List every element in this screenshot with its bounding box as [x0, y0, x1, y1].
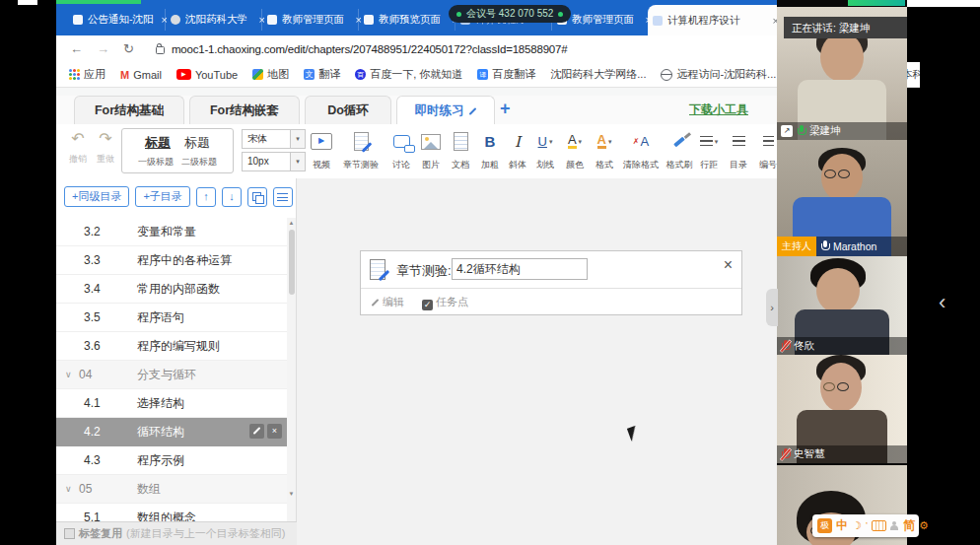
- editor-tab-do-loop[interactable]: Do循环: [305, 96, 391, 124]
- video-tile-marathon[interactable]: 主持人 Marathon: [777, 140, 907, 256]
- toolbar-font-color-button[interactable]: A▾ 颜色: [559, 129, 591, 172]
- toc-row-3-6[interactable]: 3.6程序的编写规则: [56, 332, 287, 361]
- bookmark-youtube[interactable]: ▶YouTube: [176, 69, 238, 81]
- browser-tab-4[interactable]: 教师预览页面 ×: [358, 9, 463, 31]
- bookmark-gmail[interactable]: MGmail: [120, 69, 162, 81]
- toc-section-04[interactable]: ∨04分支与循环: [56, 361, 287, 389]
- close-icon[interactable]: ×: [724, 257, 733, 273]
- bookmark-translate[interactable]: 文翻译: [304, 67, 340, 82]
- edit-link[interactable]: 编辑: [371, 295, 404, 309]
- collapse-chevron-icon[interactable]: ‹: [939, 290, 945, 315]
- toc-section-05[interactable]: ∨05数组: [56, 475, 287, 504]
- browser-tab-2[interactable]: 沈阳药科大学 ×: [165, 9, 270, 31]
- redo-button[interactable]: ↷ 重做: [94, 130, 117, 166]
- ime-toolbar[interactable]: 极 中 ☽ ’ 简 ⚙: [812, 514, 919, 537]
- bookmark-syphu-network[interactable]: 沈阳药科大学网络...: [550, 67, 646, 82]
- toolbar-format-painter-button[interactable]: 格式刷: [664, 129, 695, 172]
- toc-row-4-1[interactable]: 4.1选择结构: [56, 389, 287, 418]
- toc-scrollbar[interactable]: ▲ ▼: [287, 218, 296, 522]
- editor-tab-practice-active[interactable]: 即时练习: [396, 96, 495, 124]
- toolbar-document-button[interactable]: 文档: [445, 129, 476, 172]
- mouse-cursor: [627, 426, 640, 442]
- host-badge: 主持人: [777, 237, 816, 256]
- bookmark-remote-access[interactable]: 远程访问-沈阳药科...: [661, 67, 776, 82]
- font-size-select[interactable]: 10px ▾: [242, 152, 306, 171]
- toc-row-3-5[interactable]: 3.5程序语句: [56, 304, 287, 332]
- chevron-down-icon[interactable]: ∨: [65, 361, 72, 388]
- bookmark-apps[interactable]: 应用: [69, 67, 105, 82]
- edit-chapter-button[interactable]: [249, 424, 264, 439]
- scroll-down-icon[interactable]: ▼: [287, 491, 296, 497]
- video-tile-shizhihui[interactable]: 史智慧: [777, 355, 907, 463]
- toc-icon: [733, 136, 745, 147]
- add-child-directory-button[interactable]: +子目录: [135, 186, 189, 207]
- scrollbar-thumb[interactable]: [289, 230, 295, 295]
- editor-tab-for-basic[interactable]: For结构基础: [74, 96, 184, 124]
- ime-lang-toggle[interactable]: 中: [836, 517, 848, 534]
- bookmark-baidu[interactable]: 百百度一下, 你就知道: [355, 67, 462, 82]
- ime-simplified-toggle[interactable]: 简: [903, 517, 915, 534]
- toolbar-underline-button[interactable]: U▾ 划线: [529, 129, 561, 172]
- toc-row-3-3[interactable]: 3.3程序中的各种运算: [56, 246, 287, 275]
- mic-on-icon: [820, 240, 829, 253]
- panel-collapse-handle[interactable]: ›: [766, 289, 778, 326]
- forward-icon[interactable]: →: [97, 41, 109, 56]
- chevron-down-icon[interactable]: ▾: [290, 153, 305, 170]
- user-icon[interactable]: [890, 521, 899, 531]
- url-text[interactable]: mooc1-1.chaoxing.com/edit/chapters/20748…: [172, 43, 568, 55]
- toolbar-discussion-button[interactable]: 讨论: [385, 129, 417, 172]
- browser-tab-3[interactable]: 教师管理页面 ×: [261, 9, 367, 31]
- back-icon[interactable]: ←: [70, 41, 83, 56]
- tab-title: 公告通知-沈阳: [88, 13, 157, 27]
- copy-button[interactable]: [247, 187, 267, 207]
- discussion-icon: [393, 135, 410, 148]
- ime-logo-icon[interactable]: 极: [817, 518, 832, 533]
- bookmark-baidu-fanyi[interactable]: 译百度翻译: [477, 67, 535, 82]
- toc-sidebar: +同级目录 +子目录 ↑ ↓ 3.2变量和常量 3.3程序中的各种运算 3.4常…: [56, 178, 297, 545]
- toc-row-3-2[interactable]: 3.2变量和常量: [56, 218, 287, 246]
- video-conference-panel: ↗ 梁建坤 主持人 Marathon 佟欣: [777, 0, 907, 545]
- meeting-id-pill[interactable]: 会议号 432 070 552: [449, 5, 571, 23]
- add-sibling-directory-button[interactable]: +同级目录: [64, 186, 129, 207]
- toolbar-image-button[interactable]: 图片: [415, 129, 447, 172]
- toolbar-video-button[interactable]: ▶ 视频: [306, 129, 337, 172]
- mic-on-icon: [797, 125, 805, 138]
- move-down-button[interactable]: ↓: [222, 187, 242, 207]
- reload-icon[interactable]: ↻: [123, 41, 134, 56]
- toolbar-format-button[interactable]: A▾ 格式: [589, 129, 620, 172]
- toc-row-4-3[interactable]: 4.3程序示例: [56, 446, 287, 475]
- delete-chapter-button[interactable]: ×: [267, 424, 282, 439]
- video-tile-tongxin[interactable]: 佟欣: [777, 256, 907, 355]
- font-family-select[interactable]: 宋体 ▾: [242, 129, 306, 149]
- share-accent-bar-left: [56, 0, 141, 4]
- keyboard-icon[interactable]: [872, 520, 886, 531]
- bookmark-maps[interactable]: 地图: [252, 67, 289, 82]
- label-reuse-bar: 标签复用 (新建目录与上一个目录标签相同): [56, 521, 304, 545]
- punctuation-icon[interactable]: ’: [866, 521, 868, 530]
- quiz-title-input[interactable]: [452, 258, 588, 280]
- toc-row-3-4[interactable]: 3.4常用的内部函数: [56, 275, 287, 304]
- share-accent-bar-right: [848, 0, 905, 6]
- toolbar-chapter-quiz-button[interactable]: 章节测验: [340, 129, 382, 172]
- browser-tab-1[interactable]: 公告通知-沈阳 ×: [68, 9, 173, 31]
- toc-row-4-2-selected[interactable]: 4.2 循环结构 ×: [56, 418, 287, 446]
- move-up-button[interactable]: ↑: [196, 187, 216, 207]
- editor-tab-for-nested[interactable]: For结构嵌套: [189, 96, 300, 124]
- add-editor-tab-button[interactable]: +: [500, 99, 511, 119]
- toc-row-5-1[interactable]: 5.1数组的概念: [56, 504, 287, 522]
- outline-view-button[interactable]: [273, 187, 293, 207]
- toolbar-clear-format-button[interactable]: ✗A 清除格式: [620, 129, 662, 172]
- chevron-down-icon[interactable]: ∨: [65, 475, 72, 503]
- heading-style-picker[interactable]: 标题 标题 一级标题 二级标题: [121, 128, 234, 173]
- label-reuse-checkbox[interactable]: [64, 528, 75, 539]
- toolbar-toc-button[interactable]: 目录: [723, 129, 754, 172]
- browser-tab-7-active[interactable]: 计算机程序设计 ×: [648, 5, 784, 35]
- chevron-down-icon[interactable]: ▾: [290, 130, 305, 148]
- scroll-up-icon[interactable]: ▲: [287, 220, 296, 226]
- undo-button[interactable]: ↶ 撤销: [66, 130, 90, 166]
- moon-icon[interactable]: ☽: [852, 520, 862, 531]
- toolbar-line-spacing-button[interactable]: ▾ 行距: [693, 129, 725, 172]
- download-tool-link[interactable]: 下载小工具: [689, 102, 748, 118]
- task-point-toggle[interactable]: ✓任务点: [422, 295, 468, 310]
- gear-icon[interactable]: ⚙: [919, 520, 929, 531]
